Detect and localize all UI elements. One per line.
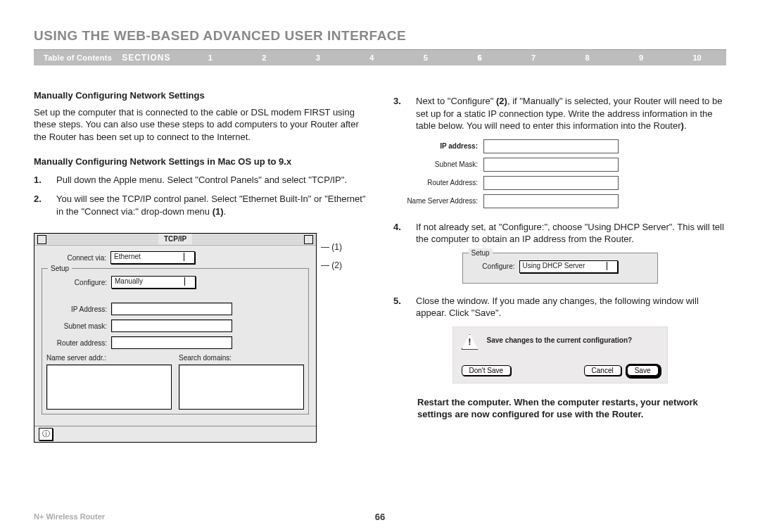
dhcp-setup-box: Setup Configure: Using DHCP Server▲▼: [462, 253, 658, 284]
setup-group-label: Setup: [469, 248, 493, 258]
callout-2: — (2): [321, 260, 342, 278]
field-router-label: Router Address:: [393, 178, 483, 188]
step-number: 2.: [34, 193, 46, 217]
nav-sections-label: SECTIONS: [122, 53, 183, 63]
page-heading: USING THE WEB-BASED ADVANCED USER INTERF…: [34, 28, 726, 44]
save-button[interactable]: Save: [627, 365, 659, 376]
intro-paragraph: Set up the computer that is connected to…: [34, 106, 367, 144]
chevron-updown-icon: ▲▼: [186, 254, 192, 261]
name-server-label: Name server addr.:: [46, 353, 172, 363]
configure-select[interactable]: Manually▲▼: [111, 276, 196, 289]
nav-section-10[interactable]: 10: [693, 53, 702, 62]
subnet-mask-label: Subnet mask:: [46, 322, 111, 331]
nav-section-1[interactable]: 1: [208, 53, 213, 62]
step-3: 3. Next to "Configure" (2), if "Manually…: [393, 95, 726, 132]
field-ip-box[interactable]: [483, 139, 619, 153]
step-text: You will see the TCP/IP control panel. S…: [56, 193, 367, 217]
chevron-updown-icon: ▲▼: [609, 263, 615, 270]
setup-group: Setup Configure: Manually▲▼ IP Address:: [42, 268, 309, 414]
nav-section-numbers: 1 2 3 4 5 6 7 8 9 10: [184, 53, 726, 62]
callout-1: — (1): [321, 241, 342, 260]
step-number: 3.: [393, 95, 406, 132]
ip-address-label: IP Address:: [46, 305, 111, 315]
tcpip-window: TCP/IP Connect via: Ethernet▲▼ Setup Con…: [34, 233, 317, 443]
tcpip-titlebar[interactable]: TCP/IP: [34, 234, 316, 246]
connect-via-select[interactable]: Ethernet▲▼: [110, 251, 195, 264]
section-navbar: Table of Contents SECTIONS 1 2 3 4 5 6 7…: [34, 50, 726, 65]
field-router-box[interactable]: [483, 176, 619, 190]
dont-save-button[interactable]: Don't Save: [462, 365, 512, 376]
field-subnet-box[interactable]: [483, 158, 619, 172]
close-icon[interactable]: [37, 235, 46, 244]
dialog-message: Save changes to the current configuratio…: [487, 334, 633, 346]
configure-label: Configure:: [46, 278, 111, 288]
step-text: If not already set, at "Configure:", cho…: [416, 221, 726, 246]
nav-section-5[interactable]: 5: [424, 53, 428, 62]
search-domains-label: Search domains:: [179, 353, 304, 363]
step-text: Close the window. If you made any change…: [416, 295, 726, 319]
step-1: 1. Pull down the Apple menu. Select "Con…: [34, 174, 367, 186]
chevron-updown-icon: ▲▼: [187, 279, 193, 286]
warning-icon: !: [462, 334, 479, 350]
field-nameserver-label: Name Server Address:: [393, 196, 483, 206]
ip-address-input[interactable]: [111, 303, 232, 315]
nav-section-7[interactable]: 7: [531, 53, 536, 62]
nav-section-2[interactable]: 2: [262, 53, 266, 62]
heading-manual-config: Manually Configuring Network Settings: [34, 89, 367, 102]
right-column: 3. Next to "Configure" (2), if "Manually…: [393, 89, 726, 443]
nav-section-3[interactable]: 3: [316, 53, 320, 62]
router-address-label: Router address:: [46, 338, 111, 348]
step-number: 1.: [34, 174, 46, 186]
router-address-input[interactable]: [111, 336, 232, 349]
zoom-icon[interactable]: [304, 235, 313, 244]
callout-labels: — (1) — (2): [317, 224, 342, 278]
step-number: 4.: [393, 221, 406, 246]
nav-toc[interactable]: Table of Contents: [34, 53, 122, 62]
nav-section-6[interactable]: 6: [477, 53, 481, 62]
field-nameserver-box[interactable]: [483, 194, 619, 208]
field-subnet-label: Subnet Mask:: [393, 160, 483, 170]
setup-group-label: Setup: [48, 264, 72, 274]
cancel-button[interactable]: Cancel: [584, 365, 621, 376]
step-4: 4. If not already set, at "Configure:", …: [393, 221, 726, 246]
search-domains-textarea[interactable]: [179, 365, 304, 410]
field-ip-label: IP address:: [393, 141, 483, 151]
dhcp-configure-label: Configure:: [469, 262, 519, 272]
heading-macos9: Manually Configuring Network Settings in…: [34, 156, 367, 168]
left-column: Manually Configuring Network Settings Se…: [34, 89, 367, 443]
name-server-textarea[interactable]: [46, 365, 172, 410]
step-text: Next to "Configure" (2), if "Manually" i…: [416, 95, 726, 132]
step-5: 5. Close the window. If you made any cha…: [393, 295, 726, 319]
nav-section-4[interactable]: 4: [369, 53, 374, 62]
dhcp-configure-select[interactable]: Using DHCP Server▲▼: [519, 260, 618, 273]
address-table: IP address: Subnet Mask: Router Address:…: [393, 139, 726, 208]
footer-page-number: 66: [375, 512, 385, 522]
subnet-mask-input[interactable]: [111, 319, 232, 332]
tcpip-title: TCP/IP: [158, 234, 192, 245]
info-icon[interactable]: ⓘ: [39, 428, 53, 441]
step-number: 5.: [393, 295, 406, 319]
page-footer: N+ Wireless Router 66: [34, 512, 726, 521]
connect-via-label: Connect via:: [42, 253, 110, 263]
nav-section-9[interactable]: 9: [639, 53, 643, 62]
footer-product: N+ Wireless Router: [34, 512, 105, 521]
tcpip-footer: ⓘ: [34, 426, 316, 442]
step-text: Pull down the Apple menu. Select "Contro…: [56, 174, 367, 186]
nav-section-8[interactable]: 8: [585, 53, 589, 62]
restart-note: Restart the computer. When the computer …: [417, 396, 726, 421]
save-dialog: ! Save changes to the current configurat…: [452, 327, 668, 384]
step-2: 2. You will see the TCP/IP control panel…: [34, 193, 367, 217]
